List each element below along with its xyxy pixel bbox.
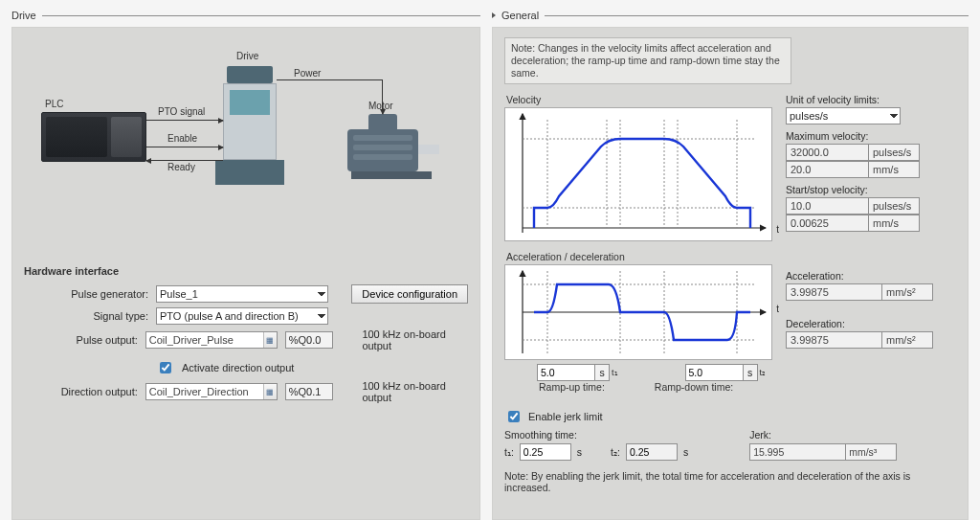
tag-picker-icon[interactable]: ▦: [263, 332, 277, 348]
motor-body: [347, 129, 418, 171]
decel-input[interactable]: [786, 331, 881, 349]
enable-jerk-label: Enable jerk limit: [528, 411, 603, 422]
ready-label: Ready: [167, 162, 195, 172]
accel-graph-title: Acceleration / deceleration: [506, 251, 772, 262]
ramp-up-input[interactable]: [537, 364, 594, 381]
dir-output-name[interactable]: ▦: [145, 383, 278, 400]
ramp-down-label: Ramp-down time:: [655, 381, 733, 393]
plc-label: PLC: [45, 99, 63, 109]
activate-direction-checkbox[interactable]: [160, 362, 171, 373]
ramp-down-input[interactable]: [685, 364, 743, 381]
drive-block-head: [227, 66, 273, 83]
smoothing-label: Smoothing time:: [504, 429, 688, 441]
chevron-right-icon: [492, 12, 496, 18]
motor-shaft: [418, 145, 439, 154]
dir-output-note: 100 kHz on-board output: [362, 380, 468, 403]
motor-top: [368, 114, 397, 129]
unit-vel-label: Unit of velocity limits:: [786, 94, 956, 105]
drive-section-title: Drive: [11, 10, 36, 21]
pulse-output-name[interactable]: ▦: [145, 331, 278, 349]
velocity-graph-title: Velocity: [506, 94, 772, 105]
ramp-up-label: Ramp-up time:: [539, 381, 605, 393]
power-label: Power: [294, 68, 321, 79]
max-vel-pulses-input[interactable]: [786, 144, 868, 161]
general-section-header[interactable]: General: [492, 10, 969, 21]
dir-output-addr[interactable]: [285, 383, 333, 400]
velocity-note: Note: Changes in the velocity limits aff…: [504, 37, 791, 84]
jerk-note: Note: By enabling the jerk limit, the to…: [504, 470, 956, 493]
startstop-mm-input[interactable]: [786, 215, 868, 232]
drive-panel: PLC Drive Motor PTO signal Enable Ready: [11, 27, 480, 520]
pulse-gen-select[interactable]: Pulse_1: [156, 285, 328, 303]
t2-input[interactable]: [626, 443, 678, 461]
power-arrow: [382, 79, 383, 114]
signal-type-select[interactable]: PTO (pulse A and direction B): [156, 307, 328, 325]
accel-input[interactable]: [786, 283, 881, 301]
pulse-output-label: Pulse output:: [24, 334, 138, 346]
pulse-output-addr[interactable]: [285, 331, 333, 349]
max-vel-mm-unit: [868, 161, 920, 178]
pto-label: PTO signal: [158, 106, 205, 117]
t1-input[interactable]: [520, 443, 571, 461]
device-config-button[interactable]: Device configuration: [351, 284, 468, 304]
unit-vel-select[interactable]: pulses/s: [786, 107, 901, 124]
ready-arrow: [146, 160, 223, 161]
general-panel: Note: Changes in the velocity limits aff…: [492, 27, 969, 520]
pulse-output-note: 100 kHz on-board output: [362, 328, 468, 351]
drive-section-header: Drive: [11, 10, 480, 21]
max-vel-mm-input[interactable]: [786, 161, 868, 178]
decel-label: Deceleration:: [786, 318, 956, 329]
accel-label: Acceleration:: [786, 270, 956, 282]
activate-direction-label: Activate direction output: [182, 362, 294, 373]
general-section-title: General: [501, 10, 539, 21]
drive-block-base: [215, 160, 284, 185]
enable-arrow: [146, 147, 223, 147]
jerk-input[interactable]: [749, 443, 845, 461]
dir-output-label: Direction output:: [24, 386, 138, 397]
motor-base: [351, 171, 432, 179]
accel-graph: t: [504, 264, 772, 360]
tag-picker-icon[interactable]: ▦: [263, 384, 277, 399]
max-vel-pulses-unit: [868, 144, 920, 161]
startstop-pulses-input[interactable]: [786, 197, 868, 215]
velocity-graph: t: [504, 107, 772, 241]
startstop-label: Start/stop velocity:: [786, 184, 956, 195]
jerk-label: Jerk:: [749, 429, 897, 441]
drive-label: Drive: [236, 51, 258, 61]
pto-arrow: [146, 120, 223, 121]
drive-diagram: PLC Drive Motor PTO signal Enable Ready: [24, 37, 468, 238]
pulse-gen-label: Pulse generator:: [24, 288, 148, 300]
enable-label: Enable: [167, 133, 197, 144]
max-vel-label: Maximum velocity:: [786, 130, 956, 142]
plc-block: [41, 112, 146, 162]
hw-interface-title: Hardware interface: [24, 265, 468, 277]
enable-jerk-checkbox[interactable]: [508, 411, 520, 422]
signal-type-label: Signal type:: [24, 310, 148, 322]
drive-block-body: [223, 83, 277, 160]
